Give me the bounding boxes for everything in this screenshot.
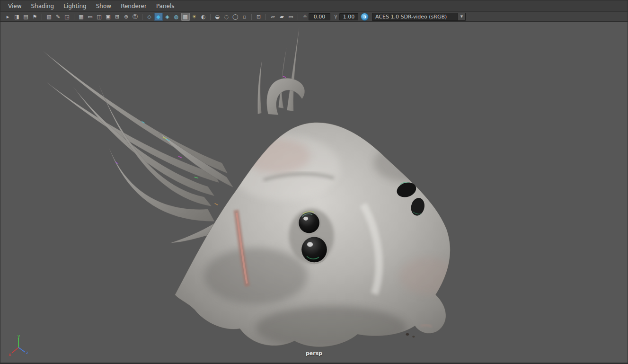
lock-camera-icon[interactable]: ◨ xyxy=(13,13,21,21)
grid-icon[interactable]: ▦ xyxy=(77,13,86,21)
exposure-input[interactable] xyxy=(309,13,330,20)
shading-tools-group: ◇ ◆ ◈ ◍ ▩ ☀ ◐ xyxy=(145,13,208,21)
lights-icon[interactable]: ☀ xyxy=(190,13,199,21)
toolbar-divider xyxy=(142,14,142,20)
view-transform-dropdown[interactable]: ACES 1.0 SDR-video (sRGB) ▼ xyxy=(372,13,466,21)
plate-icon[interactable]: ▭ xyxy=(287,13,295,21)
camera-label: persp xyxy=(306,350,322,356)
axis-y-label: y xyxy=(18,334,20,338)
view-transform-value: ACES 1.0 SDR-video (sRGB) xyxy=(372,14,458,20)
exposure-control: ☼ xyxy=(301,13,330,20)
motion-blur-icon[interactable]: ◌ xyxy=(222,13,231,21)
creature-model[interactable] xyxy=(0,22,628,363)
resolution-gate-icon[interactable]: ◫ xyxy=(95,13,104,21)
menu-panels[interactable]: Panels xyxy=(151,0,179,11)
toolbar-divider xyxy=(42,14,42,20)
safe-action-icon[interactable]: ⊕ xyxy=(122,13,131,21)
use-default-material-icon[interactable]: ▩ xyxy=(181,13,190,21)
axis-x-label: x xyxy=(9,352,11,357)
render-fx-group: ◒ ◌ ◯ ▫ xyxy=(213,13,249,21)
image-plane-icon[interactable]: ▧ xyxy=(45,13,53,21)
image-tools-group: ▧ ✎ ◲ xyxy=(44,13,71,21)
depth-of-field-icon[interactable]: ◯ xyxy=(231,13,240,21)
gate-mask-icon[interactable]: ▣ xyxy=(104,13,113,21)
textured-icon[interactable]: ◍ xyxy=(172,13,181,21)
toolbar-divider xyxy=(265,14,266,20)
select-camera-icon[interactable]: ▸ xyxy=(4,13,12,21)
axis-gizmo[interactable]: y x z xyxy=(7,334,30,357)
occlusion-icon[interactable]: ◒ xyxy=(213,13,222,21)
chevron-down-icon: ▼ xyxy=(458,13,465,20)
xray-icon[interactable]: ▱ xyxy=(269,13,277,21)
isolate-group: ⊡ xyxy=(254,13,263,21)
axis-z-label: z xyxy=(26,350,28,355)
gamma-control: γ xyxy=(332,13,358,20)
camera-tools-group: ▸ ◨ ▤ ⚑ xyxy=(3,13,39,21)
flat-shade-icon[interactable]: ◈ xyxy=(163,13,172,21)
shadows-icon[interactable]: ◐ xyxy=(199,13,208,21)
gamma-icon[interactable]: γ xyxy=(332,13,339,20)
color-management-icon[interactable]: ◑ xyxy=(361,13,368,20)
xray-group: ▱ ▰ ▭ xyxy=(268,13,295,21)
gate-tools-group: ▦ ▭ ◫ ▣ ⊞ ⊕ Ⓣ xyxy=(77,13,140,21)
menu-lighting[interactable]: Lighting xyxy=(59,0,91,11)
viewport-toolbar: ▸ ◨ ▤ ⚑ ▧ ✎ ◲ ▦ ▭ ◫ xyxy=(0,12,628,22)
isolate-select-icon[interactable]: ⊡ xyxy=(255,13,263,21)
menu-renderer[interactable]: Renderer xyxy=(116,0,151,11)
wireframe-icon[interactable]: ◇ xyxy=(145,13,154,21)
anti-alias-icon[interactable]: ▫ xyxy=(240,13,249,21)
menu-view[interactable]: View xyxy=(3,0,26,11)
menu-shading[interactable]: Shading xyxy=(26,0,59,11)
exposure-icon[interactable]: ☼ xyxy=(301,13,309,20)
viewport[interactable]: y x z persp xyxy=(0,22,628,364)
film-gate-icon[interactable]: ▭ xyxy=(86,13,95,21)
camera-attributes-icon[interactable]: ▤ xyxy=(22,13,30,21)
bookmark-icon[interactable]: ⚑ xyxy=(31,13,39,21)
panel-menu-bar: View Shading Lighting Show Renderer Pane… xyxy=(0,0,628,12)
gamma-input[interactable] xyxy=(339,13,358,20)
toolbar-divider xyxy=(74,14,74,20)
smooth-shade-icon[interactable]: ◆ xyxy=(154,13,163,21)
safe-title-icon[interactable]: Ⓣ xyxy=(131,13,140,21)
grease-pencil-icon[interactable]: ✎ xyxy=(54,13,62,21)
maya-viewport-panel: View Shading Lighting Show Renderer Pane… xyxy=(0,0,628,364)
toolbar-divider xyxy=(251,14,252,20)
menu-show[interactable]: Show xyxy=(91,0,116,11)
xray-joints-icon[interactable]: ▰ xyxy=(278,13,286,21)
field-chart-icon[interactable]: ⊞ xyxy=(113,13,122,21)
toolbar-divider xyxy=(210,14,211,20)
toolbar-divider xyxy=(298,14,298,20)
pan-zoom-icon[interactable]: ◲ xyxy=(63,13,71,21)
